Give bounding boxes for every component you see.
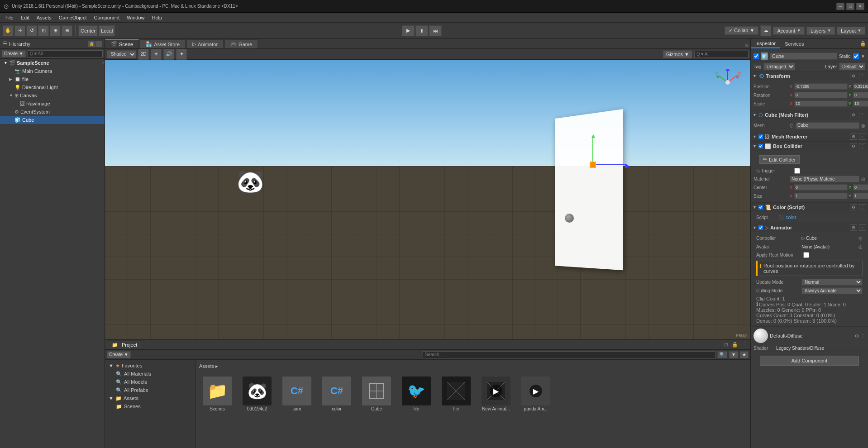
scene-search-input[interactable] [694, 51, 749, 58]
boxcollider-menu-btn[interactable]: ⋮ [859, 143, 866, 149]
scale-tool[interactable]: ⊡ [38, 25, 49, 36]
animator-header[interactable]: ▼ ▷ Animator ⚙ ⋮ [751, 223, 868, 232]
meshrenderer-menu-btn[interactable]: ⋮ [859, 133, 866, 140]
hierarchy-item-directionallight[interactable]: 💡 Directional Light [0, 83, 105, 91]
minimize-button[interactable]: ─ [836, 3, 844, 10]
hierarchy-item-cube[interactable]: 🧊 Cube [0, 116, 105, 124]
project-assets-folder[interactable]: ▼ 📁 Assets [105, 394, 195, 402]
cloud-button[interactable]: ☁ [760, 25, 771, 36]
project-search-input[interactable] [423, 351, 715, 358]
static-checkbox[interactable] [853, 53, 859, 59]
tab-services[interactable]: Services [780, 39, 808, 48]
project-scenes-folder[interactable]: 📁 Scenes [105, 402, 195, 410]
scale-y-input[interactable] [853, 100, 868, 107]
animator-checkbox[interactable] [758, 225, 763, 230]
rect-tool[interactable]: ⊞ [50, 25, 61, 36]
pause-button[interactable]: ⏸ [415, 25, 428, 36]
tab-animator[interactable]: ▷ Animator [186, 39, 224, 48]
colorscript-menu-btn[interactable]: ⋮ [859, 204, 866, 210]
2d-button[interactable]: 2D [138, 49, 149, 60]
asset-file2[interactable]: file [438, 375, 474, 413]
mesh-renderer-header[interactable]: ▼ 🖼 Mesh Renderer ⚙ ⋮ [751, 132, 868, 141]
mesh-filter-header[interactable]: ▼ ⬡ Cube (Mesh Filter) ⚙ ⋮ [751, 110, 868, 119]
project-all-prefabs[interactable]: 🔍 All Prefabs [105, 386, 195, 394]
menu-window[interactable]: Window [123, 14, 148, 21]
center-button[interactable]: Center [78, 25, 98, 36]
menu-file[interactable]: File [2, 14, 17, 21]
hierarchy-content[interactable]: ▼ 🎬 SampleScene ≡ 📷 Main Camera ▶ 🔲 file… [0, 59, 105, 448]
hierarchy-lock-button[interactable]: 🔒 [88, 41, 95, 47]
local-button[interactable]: Local [99, 25, 115, 36]
hand-tool[interactable]: ✋ [3, 25, 14, 36]
tab-assetstore[interactable]: 🏪 Asset Store [140, 39, 186, 48]
play-button[interactable]: ▶ [402, 25, 415, 36]
shading-dropdown[interactable]: Shaded [107, 50, 136, 58]
hierarchy-item-maincamera[interactable]: 📷 Main Camera [0, 67, 105, 75]
hierarchy-item-canvas[interactable]: ▼ ⊞ Canvas [0, 91, 105, 100]
culling-mode-dropdown[interactable]: Always Animate [801, 287, 863, 294]
transform-settings-btn[interactable]: ⚙ [850, 73, 857, 79]
scene-options-button[interactable]: ≡ [102, 61, 105, 66]
asset-0d0194c2[interactable]: 🐼 0d0194c2 [239, 375, 275, 413]
project-all-models[interactable]: 🔍 All Models [105, 378, 195, 386]
rotate-tool[interactable]: ↺ [26, 25, 37, 36]
is-trigger-checkbox[interactable] [794, 168, 800, 174]
project-favorites[interactable]: ▼ ★ Favorites [105, 362, 195, 370]
menu-assets[interactable]: Assets [33, 14, 55, 21]
edit-collider-button[interactable]: ✏ Edit Collider [759, 155, 800, 164]
hierarchy-item-file[interactable]: ▶ 🔲 file [0, 75, 105, 83]
close-button[interactable]: ✕ [856, 3, 864, 10]
asset-color[interactable]: C# color [319, 375, 355, 413]
collab-button[interactable]: ✓ Collab ▼ [725, 26, 758, 35]
hierarchy-create-button[interactable]: Create ▼ [2, 50, 26, 57]
color-script-header[interactable]: ▼ 📜 Color (Script) ⚙ ⋮ [751, 203, 868, 212]
menu-edit[interactable]: Edit [17, 14, 33, 21]
inspector-lock-icon[interactable]: 🔒 [858, 41, 868, 47]
material-value-input[interactable] [790, 176, 859, 182]
menu-gameobject[interactable]: GameObject [55, 14, 91, 21]
tab-game[interactable]: 🎮 Game [224, 39, 258, 48]
transform-header[interactable]: ▼ ⟲ Transform ⚙ ⋮ [751, 71, 868, 81]
tab-inspector[interactable]: Inspector [751, 39, 780, 48]
scene-maximize-button[interactable]: ⊡ [743, 43, 750, 48]
layer-dropdown[interactable]: Default [839, 63, 865, 70]
center-y-input[interactable] [853, 184, 868, 191]
maximize-button[interactable]: □ [846, 3, 854, 10]
project-maximize-button[interactable]: ⊡ [722, 342, 730, 348]
menu-help[interactable]: Help [148, 14, 166, 21]
project-search-btn[interactable]: 🔍 [717, 351, 727, 358]
audio-button[interactable]: 🔊 [163, 49, 174, 60]
apply-root-checkbox[interactable] [803, 252, 809, 258]
transform-menu-btn[interactable]: ⋮ [859, 73, 866, 79]
asset-scenes[interactable]: 📁 Scenes [199, 375, 235, 413]
asset-new-animat[interactable]: ▶ New Animat... [478, 375, 514, 413]
asset-cam[interactable]: C# cam [279, 375, 315, 413]
gameobject-active-checkbox[interactable] [754, 53, 759, 59]
controller-select-btn[interactable]: ◎ [858, 236, 863, 241]
colorscript-checkbox[interactable] [758, 205, 763, 210]
add-component-button[interactable]: Add Component [760, 356, 859, 366]
mesh-select-btn[interactable]: ◎ [861, 123, 865, 128]
hierarchy-menu-button[interactable]: ⋮ [95, 41, 102, 47]
static-dropdown[interactable]: ▼ [861, 54, 865, 59]
meshfilter-settings-btn[interactable]: ⚙ [850, 112, 857, 118]
box-collider-header[interactable]: ▼ ⬜ Box Collider ⚙ ⋮ [751, 142, 868, 151]
project-create-button[interactable]: Create ▼ [107, 351, 131, 358]
colorscript-settings-btn[interactable]: ⚙ [850, 204, 857, 210]
avatar-select-btn[interactable]: ◎ [858, 244, 863, 249]
tag-dropdown[interactable]: Untagged [763, 63, 795, 70]
rotation-y-input[interactable] [853, 92, 868, 98]
hierarchy-item-eventsystem[interactable]: ⚙ EventSystem [0, 108, 105, 116]
animator-menu-btn[interactable]: ⋮ [859, 224, 866, 231]
gameobject-name-input[interactable] [770, 52, 837, 60]
hierarchy-search-input[interactable] [28, 50, 103, 57]
animator-settings-btn[interactable]: ⚙ [850, 224, 857, 231]
rotation-x-input[interactable] [794, 92, 848, 98]
boxcollider-settings-btn[interactable]: ⚙ [850, 143, 857, 149]
project-all-materials[interactable]: 🔍 All Materials [105, 370, 195, 378]
hierarchy-item-samplescene[interactable]: ▼ 🎬 SampleScene ≡ [0, 59, 105, 67]
account-dropdown[interactable]: Account [773, 27, 805, 35]
scene-viewport[interactable]: 🐼 ▲ ▶ [105, 60, 750, 339]
meshrenderer-settings-btn[interactable]: ⚙ [850, 133, 857, 140]
transform-tool[interactable]: ⊕ [62, 25, 72, 36]
